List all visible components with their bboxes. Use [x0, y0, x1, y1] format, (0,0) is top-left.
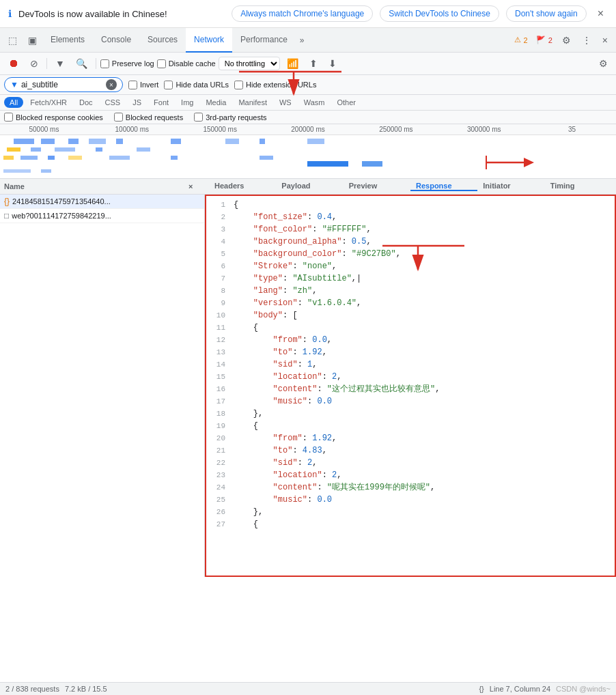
- third-party-requests-label[interactable]: 3rd-party requests: [194, 113, 266, 122]
- json-icon: {}: [4, 197, 10, 206]
- wifi-icon[interactable]: 📶: [283, 55, 303, 72]
- code-line-19: 19 {: [206, 420, 615, 432]
- response-panel: 1 { 2 "font_size": 0.4, 3 "font_color": …: [205, 195, 616, 577]
- code-line-18: 18 },: [206, 408, 615, 420]
- blocked-response-cookies-label[interactable]: Blocked response cookies: [4, 113, 103, 122]
- devtools-tab-bar: ⬚ ▣ Elements Console Sources Network Per…: [0, 28, 616, 53]
- type-img-btn[interactable]: Img: [176, 97, 199, 108]
- size-info: 7.2 kB / 15.5: [65, 685, 107, 693]
- code-line-27: 27 {: [206, 518, 615, 530]
- hide-ext-urls-checkbox[interactable]: [234, 81, 243, 89]
- tab-console[interactable]: Console: [93, 28, 139, 53]
- type-wasm-btn[interactable]: Wasm: [298, 97, 331, 108]
- preserve-log-label[interactable]: Preserve log: [100, 59, 154, 68]
- search-btn[interactable]: 🔍: [72, 55, 92, 72]
- network-settings-btn[interactable]: ⚙: [595, 55, 612, 72]
- network-row-1[interactable]: □ web?001114172759842219...: [0, 209, 204, 223]
- dont-show-again-btn[interactable]: Don't show again: [506, 5, 587, 22]
- filter-input[interactable]: [21, 80, 103, 89]
- filter-clear-btn[interactable]: ×: [106, 79, 117, 90]
- type-doc-btn[interactable]: Doc: [74, 97, 98, 108]
- ruler-mark-2: 100000 ms: [88, 126, 176, 133]
- error-badge: 🚩 2: [532, 36, 557, 44]
- throttle-select[interactable]: No throttling: [219, 57, 280, 70]
- more-options-btn[interactable]: ⋮: [576, 31, 597, 50]
- tab-sources[interactable]: Sources: [139, 28, 186, 53]
- code-line-4: 4 "background_alpha": 0.5,: [206, 236, 615, 248]
- code-line-17: 17 "music": 0.0: [206, 395, 615, 408]
- blocked-response-cookies-cb[interactable]: [4, 113, 13, 122]
- code-line-6: 6 "Stroke": "none",: [206, 260, 615, 272]
- blocked-requests-label[interactable]: Blocked requests: [114, 113, 183, 122]
- type-font-btn[interactable]: Font: [148, 97, 174, 108]
- svg-rect-6: [225, 139, 239, 144]
- tab-elements[interactable]: Elements: [42, 28, 93, 53]
- filter-input-wrapper: ▼ ×: [4, 77, 123, 92]
- preserve-log-checkbox[interactable]: [100, 59, 109, 68]
- invert-label[interactable]: Invert: [128, 81, 159, 89]
- svg-rect-23: [3, 169, 31, 173]
- svg-rect-16: [48, 156, 55, 160]
- type-all-btn[interactable]: All: [4, 97, 23, 108]
- disable-cache-label[interactable]: Disable cache: [157, 59, 216, 68]
- code-line-5: 5 "background_color": "#9C27B0",: [206, 248, 615, 260]
- close-col[interactable]: ×: [188, 182, 209, 190]
- code-line-24: 24 "content": "呢其实在1999年的时候呢",: [206, 481, 615, 494]
- upload-icon[interactable]: ⬆: [305, 55, 322, 72]
- code-line-14: 14 "sid": 1,: [206, 358, 615, 371]
- filter-toggle-btn[interactable]: ▼: [51, 55, 69, 72]
- network-list-section: Name × Headers Payload Preview Response …: [0, 179, 616, 577]
- checkbox-bar: Blocked response cookies Blocked request…: [0, 111, 616, 124]
- tab-network[interactable]: Network: [186, 28, 232, 53]
- ruler-mark-6: 300000 ms: [440, 126, 528, 133]
- code-line-20: 20 "from": 1.92,: [206, 432, 615, 444]
- code-line-1: 1 {: [206, 199, 615, 211]
- close-devtools-btn[interactable]: ×: [597, 31, 613, 50]
- record-btn[interactable]: ⏺: [4, 55, 23, 72]
- clear-btn[interactable]: ⊘: [26, 55, 42, 72]
- type-fetch-xhr-btn[interactable]: Fetch/XHR: [25, 97, 72, 108]
- request-count: 2 / 838 requests: [5, 685, 59, 693]
- file-icon: □: [4, 211, 9, 221]
- always-match-btn[interactable]: Always match Chrome's language: [232, 5, 373, 22]
- more-tabs-btn[interactable]: »: [296, 30, 309, 51]
- error-icon: 🚩: [536, 36, 546, 44]
- timeline-ruler: 50000 ms 100000 ms 150000 ms 200000 ms 2…: [0, 124, 616, 135]
- tab-performance[interactable]: Performance: [232, 28, 296, 53]
- code-line-22: 22 "sid": 2,: [206, 457, 615, 469]
- payload-col-header: Payload: [276, 182, 343, 191]
- invert-checkbox[interactable]: [128, 81, 137, 89]
- inspect-element-btn[interactable]: ⬚: [3, 31, 23, 50]
- hide-data-urls-checkbox[interactable]: [164, 81, 173, 89]
- type-filter-bar: All Fetch/XHR Doc CSS JS Font Img Media …: [0, 95, 616, 111]
- settings-btn[interactable]: ⚙: [557, 31, 576, 50]
- hide-data-urls-label[interactable]: Hide data URLs: [164, 81, 229, 89]
- response-content[interactable]: 1 { 2 "font_size": 0.4, 3 "font_color": …: [205, 195, 616, 577]
- disable-cache-checkbox[interactable]: [157, 59, 166, 68]
- type-js-btn[interactable]: JS: [127, 97, 147, 108]
- code-line-13: 13 "to": 1.92,: [206, 346, 615, 358]
- device-toolbar-btn[interactable]: ▣: [23, 31, 42, 50]
- download-icon[interactable]: ⬇: [324, 55, 341, 72]
- third-party-requests-cb[interactable]: [194, 113, 203, 122]
- notification-text: DevTools is now available in Chinese!: [18, 9, 225, 19]
- type-other-btn[interactable]: Other: [331, 97, 361, 108]
- ruler-mark-7: 35: [528, 126, 616, 133]
- filter-funnel-icon: ▼: [10, 80, 18, 89]
- timeline-graph: [0, 135, 616, 176]
- code-line-8: 8 "lang": "zh",: [206, 285, 615, 297]
- hide-ext-urls-label[interactable]: Hide extension URLs: [234, 81, 316, 89]
- type-ws-btn[interactable]: WS: [274, 97, 297, 108]
- code-line-23: 23 "location": 2,: [206, 469, 615, 481]
- svg-rect-8: [307, 139, 324, 144]
- svg-rect-7: [260, 139, 265, 144]
- close-notification-btn[interactable]: ×: [593, 6, 608, 21]
- code-line-10: 10 "body": [: [206, 309, 615, 322]
- blocked-requests-cb[interactable]: [114, 113, 123, 122]
- type-media-btn[interactable]: Media: [200, 97, 232, 108]
- switch-devtools-btn[interactable]: Switch DevTools to Chinese: [380, 5, 499, 22]
- type-manifest-btn[interactable]: Manifest: [233, 97, 272, 108]
- network-row-0[interactable]: {} 2418458151475971354640...: [0, 195, 204, 209]
- type-css-btn[interactable]: CSS: [100, 97, 126, 108]
- ruler-mark-4: 200000 ms: [264, 126, 352, 133]
